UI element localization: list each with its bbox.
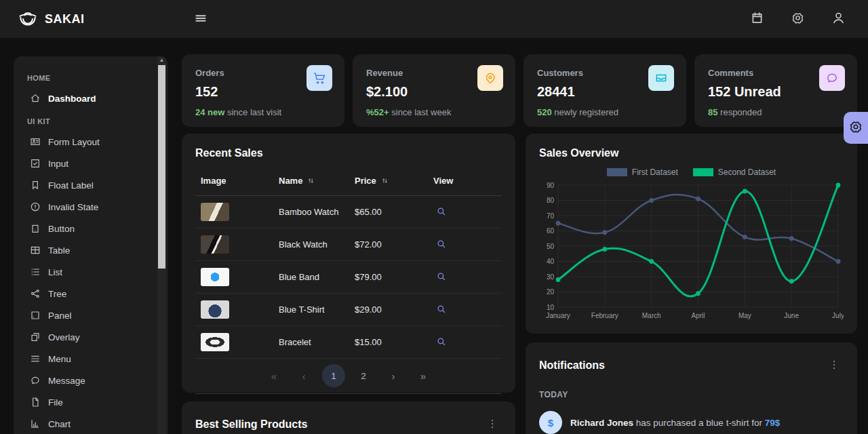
- sidebar-item-label: Dashboard: [48, 94, 96, 104]
- list-icon: [30, 267, 41, 277]
- sidebar-item-chart[interactable]: Chart: [27, 413, 153, 434]
- view-product-button[interactable]: [433, 203, 449, 221]
- sidebar-item-invalid-state[interactable]: Invalid State: [27, 196, 153, 218]
- next-page-button[interactable]: ›: [382, 364, 405, 387]
- product-name: Bracelet: [273, 326, 349, 359]
- sidebar-item-label: Menu: [48, 354, 71, 364]
- scroll-up-icon[interactable]: ▲: [157, 56, 166, 64]
- right-column: Sales Overview First DatasetSecond Datas…: [526, 134, 857, 434]
- profile-button[interactable]: [826, 7, 850, 31]
- product-name: Bamboo Watch: [273, 196, 349, 229]
- topbar: SAKAI: [0, 0, 868, 38]
- sidebar-item-panel[interactable]: Panel: [27, 304, 153, 326]
- comment-icon: [819, 65, 845, 91]
- stat-card-orders: Orders15224 new since last visit: [182, 54, 344, 127]
- svg-text:April: April: [691, 312, 705, 319]
- buttonbox-icon: [30, 223, 41, 234]
- sidebar-item-label: Input: [48, 159, 68, 169]
- view-product-button[interactable]: [433, 269, 449, 286]
- product-name: Black Watch: [273, 229, 349, 261]
- comment-icon: [30, 375, 41, 386]
- topbar-actions: [745, 7, 868, 31]
- col-header-price[interactable]: Price: [349, 166, 428, 196]
- legend-swatch: [693, 168, 713, 176]
- sidebar-item-input[interactable]: Input: [27, 153, 153, 174]
- sidebar-item-label: Form Layout: [48, 137, 100, 147]
- recent-sales-card: Recent Sales Image Name Price View Bambo…: [182, 134, 515, 393]
- table-icon: [30, 245, 41, 256]
- sidebar-item-label: Tree: [48, 289, 66, 299]
- recent-sales-table: Image Name Price View Bamboo Watch$65.00…: [195, 166, 502, 359]
- svg-text:March: March: [642, 312, 661, 319]
- search-icon: [436, 206, 446, 218]
- sales-line-chart: 102030405060708090JanuaryFebruaryMarchAp…: [539, 180, 844, 323]
- mappin-icon: [477, 65, 503, 91]
- sidebar-item-dashboard[interactable]: Dashboard: [27, 87, 153, 109]
- sidebar-item-menu[interactable]: Menu: [27, 348, 153, 370]
- svg-text:80: 80: [547, 197, 555, 204]
- page-button-2[interactable]: 2: [352, 364, 375, 387]
- svg-text:60: 60: [547, 227, 555, 235]
- svg-text:July: July: [832, 312, 844, 319]
- col-header-view: View: [428, 166, 502, 196]
- scrollbar-thumb[interactable]: [158, 65, 165, 269]
- sidebar-scrollbar[interactable]: ▲ ▼: [157, 56, 166, 434]
- sidebar-item-list[interactable]: List: [27, 261, 153, 283]
- last-page-button[interactable]: »: [412, 364, 435, 387]
- stat-card-revenue: Revenue$2.100%52+ since last week: [353, 54, 515, 127]
- best-selling-menu-button[interactable]: [483, 415, 502, 434]
- sakai-logo-icon: [18, 7, 38, 31]
- notifications-group-label: TODAY: [539, 390, 844, 399]
- sidebar-item-button[interactable]: Button: [27, 218, 153, 239]
- sidebar-item-label: Table: [48, 245, 70, 256]
- left-column: Recent Sales Image Name Price View Bambo…: [182, 134, 515, 434]
- hamburger-icon: [194, 12, 208, 27]
- product-image-bamboo-watch: [201, 203, 229, 221]
- view-product-button[interactable]: [433, 236, 449, 254]
- col-header-name[interactable]: Name: [273, 166, 349, 196]
- settings-button[interactable]: [785, 7, 810, 31]
- col-header-image: Image: [195, 166, 273, 196]
- product-price: $15.00: [349, 326, 428, 359]
- sidebar-item-file[interactable]: File: [27, 391, 153, 413]
- theme-config-button[interactable]: [844, 112, 868, 144]
- sidebar-item-overlay[interactable]: Overlay: [27, 326, 153, 348]
- sidebar-item-message[interactable]: Message: [27, 370, 153, 391]
- chartbar-icon: [30, 418, 41, 429]
- table-row: Blue T-Shirt$29.00: [195, 294, 502, 326]
- prev-page-button[interactable]: ‹: [292, 364, 315, 387]
- sidebar-item-tree[interactable]: Tree: [27, 283, 153, 304]
- notifications-menu-button[interactable]: [825, 356, 844, 375]
- menu-section-label: HOME: [27, 73, 153, 83]
- stat-note: 520 newly registered: [537, 107, 673, 117]
- tree-icon: [30, 288, 41, 299]
- calendar-button[interactable]: [745, 7, 769, 31]
- legend-item-second-dataset[interactable]: Second Dataset: [693, 167, 776, 177]
- gear-icon: [791, 11, 805, 27]
- table-row: Bamboo Watch$65.00: [195, 196, 502, 229]
- best-selling-title: Best Selling Products: [195, 418, 307, 431]
- svg-text:90: 90: [547, 182, 555, 189]
- best-selling-card: Best Selling Products: [182, 401, 515, 434]
- sort-icon: [307, 176, 315, 185]
- notification-item: $Richard Jones has purchased a blue t-sh…: [539, 411, 844, 434]
- sidebar-item-form-layout[interactable]: Form Layout: [27, 131, 153, 153]
- view-product-button[interactable]: [433, 301, 449, 319]
- sidebar-item-label: Float Label: [48, 180, 94, 191]
- sidebar-item-table[interactable]: Table: [27, 239, 153, 261]
- paginator: «‹12›»: [195, 359, 502, 394]
- recent-sales-title: Recent Sales: [195, 147, 502, 159]
- first-page-button[interactable]: «: [262, 364, 285, 387]
- sidebar-item-float-label[interactable]: Float Label: [27, 174, 153, 196]
- legend-item-first-dataset[interactable]: First Dataset: [607, 167, 678, 177]
- table-row: Blue Band$79.00: [195, 261, 502, 294]
- svg-text:10: 10: [547, 304, 555, 311]
- app-logo[interactable]: SAKAI: [0, 7, 172, 31]
- chart-legend: First DatasetSecond Dataset: [539, 167, 844, 177]
- dollar-icon: $: [539, 411, 562, 434]
- svg-text:January: January: [546, 312, 570, 319]
- page-button-1[interactable]: 1: [322, 364, 345, 387]
- menu-toggle-button[interactable]: [189, 7, 213, 31]
- view-product-button[interactable]: [433, 334, 449, 351]
- alertcircle-icon: [30, 201, 41, 212]
